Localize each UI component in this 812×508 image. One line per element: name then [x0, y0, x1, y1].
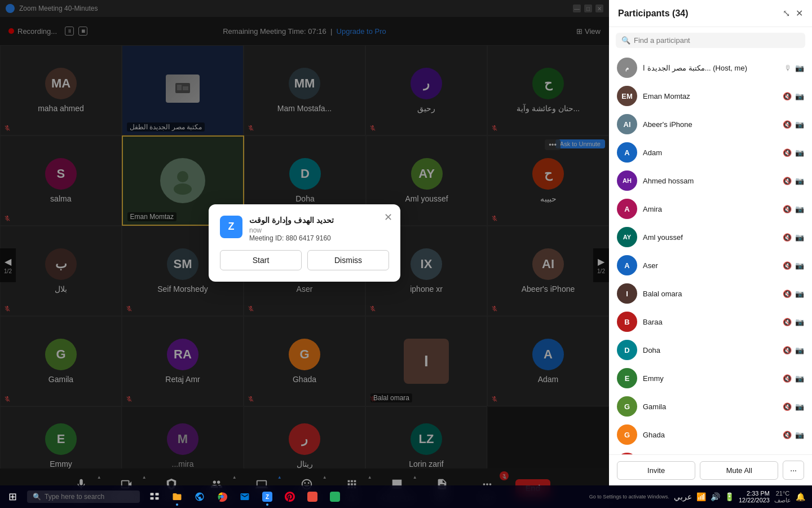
video-off-icon: 📷: [795, 290, 804, 298]
mic-off-icon: 🔇: [783, 346, 792, 354]
panel-title: Participants (34): [618, 8, 689, 19]
participant-search-box[interactable]: 🔍: [616, 33, 805, 48]
mic-off-icon: 🔇: [783, 290, 792, 298]
expand-panel-button[interactable]: ⤡: [783, 8, 790, 19]
svg-rect-8: [156, 497, 159, 500]
video-off-icon: 📷: [795, 120, 804, 129]
list-item[interactable]: D Doha 🔇 📷: [609, 336, 812, 364]
notification-icon[interactable]: 🔔: [796, 492, 805, 501]
avatar: AI: [617, 114, 637, 134]
video-off-icon: 📷: [795, 261, 804, 270]
list-item[interactable]: م مكتبة مصر الجديدة ا... (Host, me) 🎙 📷: [609, 54, 812, 82]
taskbar-search-box[interactable]: 🔍: [27, 491, 140, 503]
pinterest-button[interactable]: [280, 487, 300, 507]
mute-all-button[interactable]: Mute All: [700, 461, 778, 480]
list-item[interactable]: AI Abeer's iPhone 🔇 📷: [609, 110, 812, 138]
list-item[interactable]: E Emmy 🔇 📷: [609, 364, 812, 392]
video-off-icon: 📷: [795, 318, 804, 326]
edge-button[interactable]: [189, 487, 210, 507]
avatar: A: [617, 199, 637, 219]
video-off-icon: 📷: [795, 64, 804, 72]
app7-button[interactable]: [302, 487, 323, 507]
mic-off-icon: 🔇: [783, 205, 792, 213]
invite-button[interactable]: Invite: [617, 461, 695, 480]
taskview-button[interactable]: [144, 487, 165, 507]
panel-actions[interactable]: ⤡ ✕: [783, 8, 803, 19]
battery-icon[interactable]: 🔋: [725, 492, 734, 501]
mic-off-icon: 🔇: [783, 431, 792, 439]
active-dot: [266, 503, 268, 506]
list-item[interactable]: A Amira 🔇 📷: [609, 195, 812, 223]
panel-header: Participants (34) ⤡ ✕: [609, 0, 812, 27]
taskbar-right: Go to Settings to activate Windows. عربي…: [589, 490, 812, 504]
zoom-logo: Z: [220, 216, 242, 238]
dialog-buttons: Start Dismiss: [220, 250, 389, 270]
video-off-icon: 📷: [795, 374, 804, 383]
avatar: AH: [617, 170, 637, 191]
file-explorer-button[interactable]: [167, 487, 187, 507]
mic-off-icon: 🔇: [783, 261, 792, 270]
list-item[interactable]: G Ghada 🔇 📷: [609, 421, 812, 449]
svg-rect-7: [151, 497, 154, 500]
dialog-title: تحديد الهدف وإدارة الوقت: [249, 216, 389, 225]
list-item[interactable]: A Adam 🔇 📷: [609, 138, 812, 167]
mic-off-icon: 🔇: [783, 402, 792, 411]
mic-off-icon: 🔇: [783, 233, 792, 242]
video-off-icon: 📷: [795, 346, 804, 354]
video-off-icon: 📷: [795, 177, 804, 185]
avatar: EM: [617, 86, 637, 106]
windows-activate-icon: Go to Settings to activate Windows.: [589, 494, 669, 500]
mic-icon: 🎙: [784, 64, 792, 72]
taskbar-search-input[interactable]: [45, 493, 123, 501]
volume-icon[interactable]: 🔊: [710, 492, 720, 501]
active-dot: [176, 503, 178, 506]
wifi-icon[interactable]: 📶: [696, 492, 706, 501]
taskbar-system-icons: Go to Settings to activate Windows. عربي…: [589, 492, 734, 501]
avatar: A: [617, 142, 637, 163]
dialog-start-button[interactable]: Start: [220, 250, 302, 270]
mail-button[interactable]: [235, 487, 255, 507]
zoom-taskbar-button[interactable]: Z: [257, 487, 277, 507]
mic-off-icon: 🔇: [783, 148, 792, 157]
list-item[interactable]: AH Ahmed hossam 🔇 📷: [609, 167, 812, 195]
panel-more-button[interactable]: ···: [783, 461, 804, 480]
dialog-header: Z تحديد الهدف وإدارة الوقت now Meeting I…: [220, 216, 389, 242]
list-item[interactable]: A Aser 🔇 📷: [609, 251, 812, 279]
list-item[interactable]: EM Eman Momtaz 🔇 📷: [609, 82, 812, 110]
start-button[interactable]: ⊞: [0, 485, 25, 508]
app8-button[interactable]: [325, 487, 345, 507]
windows-taskbar: ⊞ 🔍 Z: [0, 485, 812, 508]
list-item[interactable]: B Baraa 🔇 📷: [609, 308, 812, 336]
list-item[interactable]: I Balal omara 🔇 📷: [609, 279, 812, 308]
dialog-dismiss-button[interactable]: Dismiss: [307, 250, 389, 270]
avatar: AY: [617, 227, 637, 247]
video-off-icon: 📷: [795, 205, 804, 213]
taskbar-search-icon: 🔍: [33, 493, 41, 501]
list-item[interactable]: G Gamila 🔇 📷: [609, 392, 812, 421]
participant-search-input[interactable]: [634, 36, 800, 45]
taskbar-clock: 2:33 PM 12/22/2023: [739, 490, 770, 503]
participant-list: م مكتبة مصر الجديدة ا... (Host, me) 🎙 📷 …: [609, 54, 812, 454]
chrome-button[interactable]: [212, 487, 232, 507]
avatar: D: [617, 340, 637, 360]
dialog-overlay: ✕ Z تحديد الهدف وإدارة الوقت now Meeting…: [0, 0, 609, 485]
avatar: م: [617, 58, 637, 78]
video-off-icon: 📷: [795, 233, 804, 242]
list-item[interactable]: AY Aml youssef 🔇 📷: [609, 223, 812, 251]
dialog-time: now: [249, 226, 389, 234]
language-icon[interactable]: عربي: [674, 492, 692, 501]
svg-rect-5: [151, 493, 154, 496]
mic-off-icon: 🔇: [783, 318, 792, 326]
video-off-icon: 📷: [795, 402, 804, 411]
participants-panel: Participants (34) ⤡ ✕ 🔍 م مكتبة مصر الجد…: [609, 0, 812, 485]
mic-off-icon: 🔇: [783, 120, 792, 129]
close-panel-button[interactable]: ✕: [796, 8, 803, 19]
taskbar-apps: Z: [144, 487, 345, 507]
avatar: I: [617, 283, 637, 304]
mic-off-icon: 🔇: [783, 374, 792, 383]
dialog-close-button[interactable]: ✕: [384, 211, 392, 224]
svg-rect-6: [156, 493, 159, 496]
weather-widget[interactable]: 21°C عاصف: [774, 490, 791, 504]
avatar: E: [617, 368, 637, 388]
list-item[interactable]: H Habiba 🔇 📷: [609, 449, 812, 454]
